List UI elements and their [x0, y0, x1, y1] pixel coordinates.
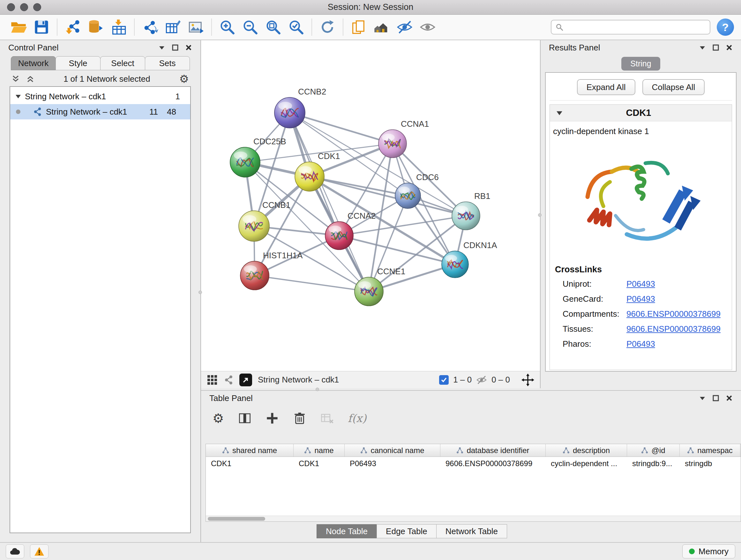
panel-menu-icon[interactable] [158, 44, 165, 51]
column-header[interactable]: shared name [206, 444, 293, 456]
column-header-label: database identifier [467, 446, 529, 455]
panel-close-icon[interactable] [185, 44, 192, 51]
network-view[interactable]: CCNB2CCNA1CDC25BCDK1CDC6RB1CCNB1CCNA2CDK… [201, 40, 540, 388]
pan-crosshair-icon[interactable] [522, 374, 534, 386]
share-network-icon[interactable] [223, 375, 233, 385]
network-row[interactable]: String Network – cdk1 11 48 [10, 104, 190, 119]
network-graph[interactable]: CCNB2CCNA1CDC25BCDK1CDC6RB1CCNB1CCNA2CDK… [201, 40, 540, 371]
import-table-button[interactable] [107, 17, 130, 38]
panel-close-icon[interactable] [726, 395, 733, 401]
clone-network-button[interactable] [138, 17, 161, 38]
panel-float-icon[interactable] [712, 44, 719, 51]
hide-selected-button[interactable] [393, 17, 416, 38]
expand-all-icon[interactable] [26, 75, 35, 83]
tab-network[interactable]: Network [11, 56, 56, 70]
crosslink-link[interactable]: P06493 [626, 279, 655, 289]
horizontal-scrollbar[interactable] [206, 516, 741, 521]
crosslink-link[interactable]: P06493 [626, 294, 655, 304]
save-session-button[interactable] [30, 17, 53, 38]
splitter-handle[interactable] [316, 388, 319, 391]
column-header[interactable]: name [293, 444, 345, 456]
function-builder-icon[interactable]: f(x) [348, 412, 366, 425]
close-window-button[interactable] [7, 3, 15, 11]
column-header[interactable]: database identifier [441, 444, 546, 456]
panel-float-icon[interactable] [712, 395, 719, 401]
panel-close-icon[interactable] [726, 44, 733, 51]
crosslink-link[interactable]: P06493 [626, 339, 655, 349]
disclosure-triangle-icon[interactable] [556, 111, 562, 116]
table-cell: 9606.ENSP00000378699 [441, 457, 546, 470]
import-network-file-button[interactable] [61, 17, 84, 38]
tab-string[interactable]: String [621, 57, 660, 71]
network-collection-row[interactable]: String Network – cdk1 1 [10, 89, 190, 104]
open-session-button[interactable] [7, 17, 30, 38]
crosslink-link[interactable]: 9606.ENSP00000378699 [626, 309, 721, 319]
column-attribute-icon [687, 447, 694, 454]
zoom-out-button[interactable] [239, 17, 262, 38]
expand-all-button[interactable]: Expand All [577, 79, 635, 95]
tab-network-table[interactable]: Network Table [436, 524, 507, 538]
minimize-window-button[interactable] [20, 3, 28, 11]
network-node[interactable] [395, 183, 421, 208]
network-options-gear-icon[interactable]: ⚙ [179, 73, 189, 84]
zoom-window-button[interactable] [33, 3, 41, 11]
table-row[interactable]: CDK1CDK1P064939606.ENSP00000378699cyclin… [206, 457, 741, 470]
column-header[interactable]: canonical name [345, 444, 441, 456]
home-button[interactable] [370, 17, 393, 38]
toolbar-separator [211, 18, 212, 36]
zoom-in-button[interactable] [216, 17, 239, 38]
refresh-network-button[interactable] [316, 17, 339, 38]
show-all-button[interactable] [416, 17, 439, 38]
panel-float-icon[interactable] [172, 44, 179, 51]
memory-button[interactable]: Memory [682, 544, 735, 558]
tab-node-table[interactable]: Node Table [317, 524, 377, 538]
export-image-button[interactable] [185, 17, 207, 38]
splitter-handle[interactable] [199, 291, 202, 294]
open-in-new-button[interactable] [239, 374, 252, 386]
disclosure-triangle-icon[interactable] [15, 94, 21, 99]
warnings-button[interactable] [30, 544, 49, 558]
selected-checkbox[interactable] [439, 375, 449, 385]
column-header[interactable]: @id [627, 444, 680, 456]
tab-sets[interactable]: Sets [145, 56, 190, 70]
network-node[interactable] [442, 251, 468, 278]
panel-menu-icon[interactable] [699, 395, 706, 401]
table-options-gear-icon[interactable]: ⚙ [212, 412, 224, 425]
zoom-selected-button[interactable] [285, 17, 308, 38]
column-header[interactable]: description [546, 444, 627, 456]
tab-select[interactable]: Select [100, 56, 145, 70]
export-table-button[interactable] [161, 17, 185, 38]
panel-menu-icon[interactable] [699, 44, 706, 51]
collapse-all-icon[interactable] [11, 75, 20, 83]
splitter-handle[interactable] [538, 213, 542, 217]
protein-section-header[interactable]: CDK1 [550, 105, 732, 121]
zoom-fit-button[interactable] [262, 17, 285, 38]
import-network-database-button[interactable] [84, 17, 107, 38]
copy-document-button[interactable] [347, 17, 370, 38]
search-box[interactable] [551, 20, 711, 35]
tab-edge-table[interactable]: Edge Table [377, 524, 436, 538]
search-input[interactable] [567, 23, 706, 32]
crosslink-link[interactable]: 9606.ENSP00000378699 [626, 324, 721, 334]
cloud-status-button[interactable] [6, 544, 24, 558]
help-button[interactable]: ? [717, 18, 734, 36]
tab-style[interactable]: Style [56, 56, 100, 70]
network-node[interactable] [239, 211, 269, 241]
column-header[interactable]: namespac [680, 444, 740, 456]
network-node[interactable] [295, 162, 324, 191]
network-edge[interactable] [290, 113, 369, 292]
network-edge[interactable] [255, 275, 369, 292]
add-icon[interactable] [266, 412, 279, 425]
delete-trash-icon[interactable] [293, 412, 307, 425]
network-view-footer: String Network – cdk1 1 – 0 0 – 0 [201, 371, 540, 388]
network-node[interactable] [325, 222, 353, 250]
scrollbar-thumb[interactable] [208, 517, 265, 521]
main-toolbar: ? [0, 15, 741, 40]
birdseye-view-icon[interactable] [207, 374, 218, 385]
collapse-all-button[interactable]: Collapse All [643, 79, 705, 95]
insert-column-icon[interactable] [238, 412, 252, 425]
network-node[interactable] [274, 98, 305, 128]
network-node[interactable] [379, 130, 407, 158]
network-edge[interactable] [290, 113, 393, 144]
network-node[interactable] [452, 202, 480, 230]
